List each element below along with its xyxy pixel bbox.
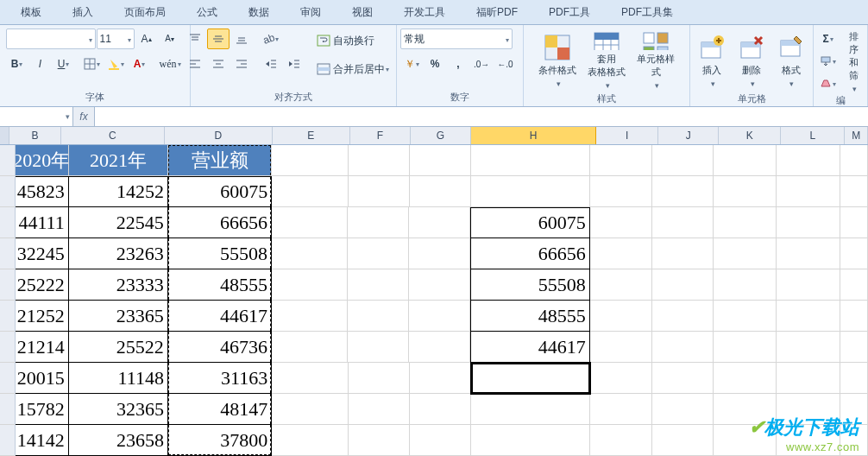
cell-L[interactable] [777, 145, 840, 176]
underline-button[interactable]: U [53, 54, 75, 74]
cell-G[interactable] [410, 425, 471, 456]
cell-K[interactable] [714, 363, 777, 394]
cell-sel[interactable] [0, 207, 16, 238]
percent-button[interactable]: % [424, 54, 446, 74]
comma-button[interactable]: , [447, 54, 469, 74]
cell-I[interactable] [590, 145, 653, 176]
cell-M[interactable] [840, 394, 868, 425]
cell-H[interactable] [471, 425, 590, 456]
cell-J[interactable] [652, 425, 714, 456]
cell-M[interactable] [840, 238, 868, 269]
cell-sel[interactable] [0, 363, 16, 394]
cell-F[interactable] [349, 425, 410, 456]
cell-C[interactable]: 23333 [69, 269, 168, 301]
align-top-button[interactable] [184, 28, 206, 49]
col-header-E[interactable]: E [273, 127, 350, 144]
cell-C[interactable]: 22545 [69, 207, 168, 238]
cell-B[interactable]: 45823 [16, 176, 69, 207]
cell-C[interactable]: 23263 [69, 238, 168, 269]
col-header-C[interactable]: C [61, 127, 164, 144]
cell-B[interactable]: 14142 [16, 425, 69, 456]
cell-I[interactable] [590, 269, 653, 301]
conditional-formatting-button[interactable]: 条件格式 [534, 28, 581, 92]
align-center-button[interactable] [207, 54, 230, 74]
cell-J[interactable] [652, 394, 714, 425]
menu-foxit-pdf[interactable]: 福昕PDF [461, 2, 533, 23]
col-header-M[interactable]: M [845, 127, 868, 144]
align-left-button[interactable] [184, 54, 206, 74]
cell-D[interactable]: 55508 [168, 238, 272, 269]
menu-page-layout[interactable]: 页面布局 [109, 2, 181, 23]
cell-M[interactable] [840, 425, 868, 456]
cell-I[interactable] [590, 332, 653, 363]
cell-sel[interactable] [0, 145, 16, 176]
menu-formulas[interactable]: 公式 [181, 2, 233, 23]
cell-E[interactable] [272, 207, 348, 238]
cell-I[interactable] [590, 425, 653, 456]
cell-H[interactable]: 44617 [470, 332, 590, 363]
font-color-button[interactable]: A [129, 54, 151, 74]
align-right-button[interactable] [230, 54, 253, 74]
autosum-button[interactable]: Σ [816, 28, 840, 49]
formula-input[interactable] [95, 107, 868, 126]
cell-F[interactable] [348, 301, 409, 332]
cell-B[interactable]: 21252 [16, 301, 69, 332]
merge-center-button[interactable]: 合并后居中 [313, 57, 403, 81]
cell-L[interactable] [777, 301, 840, 332]
cell-L[interactable] [777, 394, 840, 425]
phonetic-button[interactable]: wén [156, 54, 185, 74]
cell-K[interactable] [714, 176, 777, 207]
borders-button[interactable] [80, 54, 104, 74]
cell-B[interactable]: 21214 [16, 332, 69, 363]
cell-D[interactable]: 44617 [168, 301, 272, 332]
menu-data[interactable]: 数据 [233, 2, 285, 23]
cell-D[interactable]: 48147 [168, 394, 272, 425]
cell-M[interactable] [840, 332, 868, 363]
cell-K[interactable] [714, 207, 777, 238]
cell-G[interactable] [410, 145, 471, 176]
cell-L[interactable] [777, 269, 840, 301]
cell-E[interactable] [272, 394, 349, 425]
col-header-G[interactable]: G [411, 127, 471, 144]
cell-B[interactable]: 25222 [16, 269, 69, 301]
cell-E[interactable] [272, 363, 349, 394]
cell-M[interactable] [840, 363, 868, 394]
cell-K[interactable] [714, 394, 777, 425]
cell-C[interactable]: 11148 [69, 363, 168, 394]
bold-button[interactable]: B [6, 54, 28, 74]
cell-M[interactable] [840, 145, 868, 176]
cell-H[interactable] [471, 176, 590, 207]
font-family-combo[interactable] [6, 28, 96, 49]
cell-H[interactable] [471, 145, 590, 176]
cell-I[interactable] [590, 363, 653, 394]
menu-review[interactable]: 审阅 [285, 2, 337, 23]
col-header-sel[interactable] [0, 127, 9, 144]
name-box-input[interactable] [0, 109, 62, 124]
cell-F[interactable] [349, 363, 410, 394]
orientation-button[interactable]: ab [260, 28, 282, 49]
cell-H[interactable] [471, 394, 590, 425]
cell-J[interactable] [652, 145, 714, 176]
menu-developer[interactable]: 开发工具 [388, 2, 461, 23]
cell-H[interactable]: 48555 [470, 301, 590, 332]
cell-J[interactable] [652, 332, 714, 363]
cell-K[interactable] [714, 332, 777, 363]
cell-sel[interactable] [0, 269, 16, 301]
cell-D[interactable]: 37800 [168, 425, 272, 456]
col-header-H[interactable]: H [471, 127, 596, 144]
cell-F[interactable] [348, 207, 409, 238]
cell-L[interactable] [777, 238, 840, 269]
cell-D[interactable]: 31163 [168, 363, 272, 394]
cell-L[interactable] [777, 176, 840, 207]
cell-sel[interactable] [0, 176, 16, 207]
cell-G[interactable] [409, 332, 470, 363]
increase-font-button[interactable]: A▴ [135, 28, 158, 49]
cell-G[interactable] [409, 269, 470, 301]
format-cells-button[interactable]: 格式 [772, 28, 809, 92]
cell-J[interactable] [652, 238, 714, 269]
cell-J[interactable] [652, 301, 714, 332]
cell-M[interactable] [840, 301, 868, 332]
align-bottom-button[interactable] [230, 28, 253, 49]
cell-J[interactable] [652, 176, 714, 207]
cell-L[interactable] [777, 332, 840, 363]
